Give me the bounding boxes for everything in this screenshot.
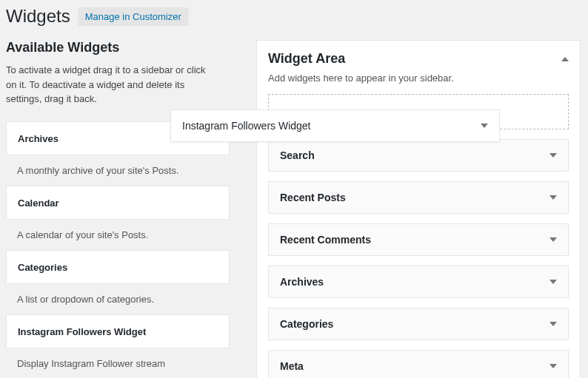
widget-desc: A calendar of your site's Posts. [6, 220, 230, 250]
manage-in-customizer-button[interactable]: Manage in Customizer [78, 7, 189, 26]
sidebar-widget-archives[interactable]: Archives [268, 266, 569, 298]
chevron-down-icon [549, 153, 557, 158]
available-widget-instagram[interactable]: Instagram Followers Widget [6, 314, 230, 348]
sidebar-widget-title: Search [280, 149, 315, 161]
sidebar-widget-title: Recent Posts [280, 192, 346, 203]
available-widgets-column: Available Widgets To activate a widget d… [6, 40, 230, 378]
available-widget-categories[interactable]: Categories [6, 250, 230, 284]
sidebar-widget-title: Recent Comments [280, 234, 371, 246]
dragging-widget-title: Instagram Followers Widget [182, 120, 311, 132]
available-widget-calendar[interactable]: Calendar [6, 186, 230, 220]
page-header: Widgets Manage in Customizer [6, 6, 581, 27]
widget-area-panel: Widget Area Add widgets here to appear i… [256, 40, 581, 378]
chevron-down-icon [549, 280, 557, 284]
chevron-down-icon [549, 364, 557, 368]
widget-title: Archives [18, 133, 59, 144]
sidebar-widget-categories[interactable]: Categories [268, 308, 569, 340]
widget-area-desc: Add widgets here to appear in your sideb… [268, 72, 569, 84]
collapse-icon[interactable] [561, 57, 569, 61]
widget-title: Instagram Followers Widget [18, 326, 146, 337]
widget-area-column: Widget Area Add widgets here to appear i… [256, 40, 581, 378]
chevron-down-icon [549, 237, 557, 242]
sidebar-widget-meta[interactable]: Meta [268, 350, 569, 378]
sidebar-widget-title: Meta [280, 360, 304, 372]
widget-desc: Display Instagram Follower stream [6, 348, 230, 379]
sidebar-widget-recent-comments[interactable]: Recent Comments [268, 223, 569, 256]
sidebar-widget-title: Categories [280, 318, 333, 330]
sidebar-widget-search[interactable]: Search [268, 139, 569, 172]
widget-area-title: Widget Area [268, 51, 345, 67]
widget-desc: A monthly archive of your site's Posts. [6, 155, 230, 186]
page-title: Widgets [6, 6, 70, 27]
chevron-down-icon [549, 195, 557, 200]
sidebar-widget-recent-posts[interactable]: Recent Posts [268, 181, 569, 214]
widget-desc: A list or dropdown of categories. [6, 284, 230, 314]
chevron-down-icon [481, 124, 488, 128]
chevron-down-icon [549, 322, 557, 326]
dragging-widget[interactable]: Instagram Followers Widget [170, 109, 500, 142]
available-widgets-desc: To activate a widget drag it to a sideba… [6, 63, 213, 107]
sidebar-widget-title: Archives [280, 276, 324, 288]
available-widgets-heading: Available Widgets [6, 40, 230, 55]
widget-title: Calendar [18, 198, 59, 209]
widget-title: Categories [18, 262, 67, 273]
